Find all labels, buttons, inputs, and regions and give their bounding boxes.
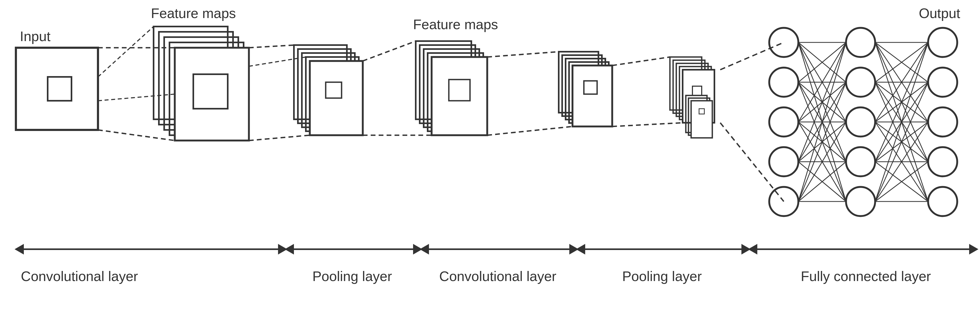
svg-line-10: [98, 27, 154, 77]
svg-line-11: [98, 94, 175, 101]
svg-line-114: [720, 42, 784, 70]
svg-point-60: [928, 67, 957, 97]
conv-layer-1-label: Convolutional layer: [21, 269, 138, 284]
svg-line-36: [487, 126, 573, 135]
svg-point-59: [928, 28, 957, 57]
svg-point-62: [928, 147, 957, 176]
svg-line-9: [98, 130, 175, 141]
svg-line-43: [612, 57, 670, 66]
feature-maps-2-label: Feature maps: [413, 17, 498, 32]
pooling-layer-1-label: Pooling layer: [312, 269, 392, 284]
svg-point-58: [846, 187, 875, 216]
pooling-layer-2-label: Pooling layer: [622, 269, 702, 284]
conv-layer-2-label: Convolutional layer: [439, 269, 556, 284]
svg-line-35: [487, 52, 559, 57]
svg-rect-0: [16, 48, 98, 130]
svg-rect-1: [48, 77, 72, 101]
svg-rect-6: [175, 48, 249, 141]
feature-maps-1-label: Feature maps: [151, 6, 236, 21]
svg-point-52: [769, 147, 799, 176]
svg-point-50: [769, 67, 799, 97]
svg-point-57: [846, 147, 875, 176]
svg-point-54: [846, 28, 875, 57]
svg-line-44: [612, 123, 682, 126]
svg-line-18: [249, 45, 294, 48]
svg-point-51: [769, 107, 799, 136]
output-label: Output: [919, 6, 960, 21]
svg-point-63: [928, 187, 957, 216]
svg-marker-130: [969, 244, 978, 254]
input-label: Input: [20, 29, 51, 44]
svg-rect-25: [432, 57, 487, 135]
svg-marker-123: [420, 244, 429, 254]
svg-point-56: [846, 107, 875, 136]
svg-rect-47: [691, 101, 712, 138]
svg-marker-129: [748, 244, 757, 254]
svg-point-61: [928, 107, 957, 136]
svg-marker-120: [285, 244, 294, 254]
fc-layer-label: Fully connected layer: [801, 269, 931, 284]
cnn-diagram: Input Feature maps Feature maps Output C…: [0, 0, 980, 320]
svg-line-19: [249, 135, 310, 141]
svg-marker-126: [576, 244, 585, 254]
svg-rect-33: [573, 66, 612, 126]
svg-line-27: [363, 41, 416, 61]
svg-point-55: [846, 67, 875, 97]
svg-marker-117: [14, 244, 24, 254]
